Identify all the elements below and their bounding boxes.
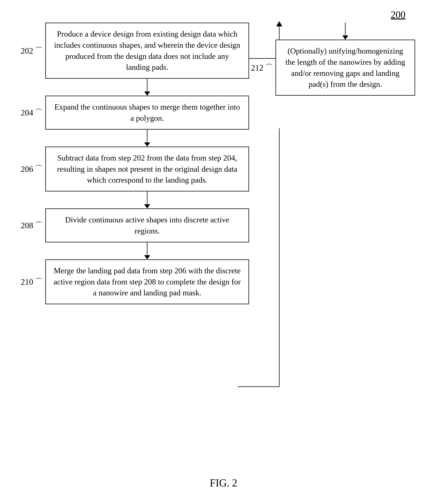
step-202-wrapper: 202 ⌒ Produce a device design from exist…	[45, 23, 249, 79]
step-210-label: 210 ⌒	[21, 276, 43, 287]
step-204-label: 204 ⌒	[21, 107, 43, 118]
right-arrow-in	[276, 23, 415, 40]
step-206-label: 206 ⌒	[21, 163, 43, 175]
step-202-label: 202 ⌒	[21, 45, 43, 56]
step-208-label: 208 ⌒	[21, 220, 43, 231]
step-204-box: Expand the continuous shapes to merge th…	[45, 96, 249, 130]
step-210-box: Merge the landing pad data from step 206…	[45, 259, 249, 304]
arrow-202-204	[45, 79, 249, 96]
arrow-204-206	[45, 130, 249, 146]
step-208-wrapper: 208 ⌒ Divide continuous active shapes in…	[45, 208, 249, 242]
left-column: 202 ⌒ Produce a device design from exist…	[45, 23, 249, 304]
page: 200 202 ⌒ Produce a device design from e…	[0, 0, 447, 504]
arrow-208-210	[45, 242, 249, 259]
step-202-box: Produce a device design from existing de…	[45, 23, 249, 79]
step-206-wrapper: 206 ⌒ Subtract data from step 202 from t…	[45, 146, 249, 191]
fig-caption: FIG. 2	[210, 477, 237, 489]
step-208-box: Divide continuous active shapes into dis…	[45, 208, 249, 242]
flowchart-container: 202 ⌒ Produce a device design from exist…	[15, 23, 430, 475]
step-210-wrapper: 210 ⌒ Merge the landing pad data from st…	[45, 259, 249, 304]
step-206-box: Subtract data from step 202 from the dat…	[45, 146, 249, 191]
right-column: 212 ⌒ (Optionally) unifying/homogenizing…	[276, 23, 415, 96]
step-212-box: (Optionally) unifying/homogenizing the l…	[276, 40, 415, 96]
step-204-wrapper: 204 ⌒ Expand the continuous shapes to me…	[45, 96, 249, 130]
step-212-wrapper: 212 ⌒ (Optionally) unifying/homogenizing…	[276, 40, 415, 96]
figure-number: 200	[391, 9, 406, 20]
step-212-label: 212 ⌒	[251, 62, 273, 73]
arrow-206-208	[45, 191, 249, 208]
